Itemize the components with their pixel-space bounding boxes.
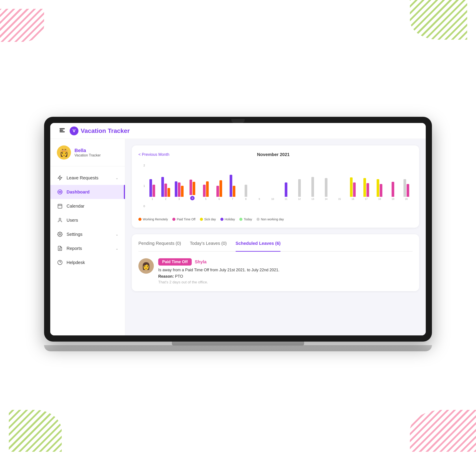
y-axis: 2 1 0: [138, 164, 145, 208]
leave-note: That's 2 days out of the office.: [158, 280, 412, 285]
x-label: 12: [298, 198, 301, 200]
bar: [206, 181, 209, 197]
back-arrow-icon[interactable]: [59, 127, 65, 135]
nav-items: Leave Requests ⌄: [50, 166, 125, 329]
bar-group-19: 19: [387, 162, 399, 200]
x-label: 18: [378, 198, 381, 200]
sidebar-item-helpdesk[interactable]: Helpdesk: [50, 255, 125, 270]
leave-details: Paid Time Off Shyla Is away from a Paid …: [158, 258, 412, 285]
bar-group-14: 14: [320, 162, 333, 200]
bar: [203, 185, 206, 197]
sidebar-item-leave-requests[interactable]: Leave Requests ⌄: [50, 171, 125, 185]
legend-paid-time-off: Paid Time Off: [172, 218, 195, 221]
user-icon: [57, 217, 63, 223]
svg-rect-0: [60, 128, 65, 129]
legend-today: Today: [239, 218, 252, 221]
bar-group-18: 18: [373, 162, 386, 200]
user-name: Bella: [74, 148, 101, 153]
screen-content: V Vacation Tracker 👸 Bella Vacation Trac…: [50, 123, 426, 335]
legend-dot: [220, 218, 223, 221]
bar-group-13: 13: [306, 162, 319, 200]
user-info: Bella Vacation Tracker: [74, 148, 101, 157]
legend-label: Paid Time Off: [177, 218, 195, 221]
legend-label: Sick day: [204, 218, 216, 221]
x-label: 10: [271, 198, 274, 200]
bar: [407, 184, 409, 197]
logo-icon: V: [70, 126, 78, 135]
main-layout: 👸 Bella Vacation Tracker: [50, 139, 426, 335]
prev-month-button[interactable]: < Previous Month: [138, 152, 170, 157]
bar-group-6: 6: [213, 162, 225, 200]
bar: [366, 183, 369, 197]
legend-dot: [256, 218, 260, 221]
x-label: 17: [365, 198, 368, 200]
leave-header: Paid Time Off Shyla: [158, 258, 412, 266]
calendar-icon: [57, 203, 63, 209]
bar-group-7: 7: [226, 162, 239, 200]
laptop-hinge: [172, 341, 304, 345]
bar: [285, 183, 287, 197]
reason-value: PTO: [175, 274, 183, 279]
legend-dot: [239, 218, 242, 221]
laptop-wrapper: V Vacation Tracker 👸 Bella Vacation Trac…: [44, 117, 432, 359]
y-label-2: 2: [143, 164, 145, 167]
x-label: 1: [152, 198, 153, 200]
sidebar-item-settings[interactable]: Settings ⌄: [50, 227, 125, 241]
bar-group-5: 5: [200, 162, 212, 200]
deco-bottom-right: [406, 410, 476, 454]
legend-sick-day: Sick day: [200, 218, 216, 221]
leave-avatar: 👩: [138, 258, 154, 274]
tab-pending-requests[interactable]: Pending Requests (0): [138, 241, 181, 248]
tab-today-leaves[interactable]: Today's Leaves (0): [190, 241, 226, 248]
x-label: 11: [285, 198, 287, 200]
bar: [298, 179, 301, 197]
tabs-header: Pending Requests (0) Today's Leaves (0) …: [138, 241, 412, 252]
bar: [168, 188, 170, 197]
deco-bottom-left: [9, 410, 66, 454]
svg-rect-7: [58, 204, 62, 208]
x-label: 19: [391, 198, 394, 200]
bar: [363, 178, 366, 197]
sidebar-item-reports[interactable]: Reports ⌄: [50, 241, 125, 255]
x-label: 5: [205, 198, 206, 200]
leave-requests-label: Leave Requests: [67, 175, 116, 181]
reports-chevron-icon: ⌄: [116, 246, 118, 251]
bar-group-15: 15: [333, 162, 346, 200]
bar-group-1: 1: [146, 162, 159, 200]
sidebar-item-dashboard[interactable]: Dashboard: [50, 185, 125, 199]
sidebar-item-calendar[interactable]: Calendar: [50, 199, 125, 213]
tab-scheduled-leaves[interactable]: Scheduled Leaves (6): [236, 241, 281, 248]
dashboard-label: Dashboard: [67, 189, 118, 195]
y-label-1: 1: [143, 184, 145, 187]
settings-icon: [57, 231, 63, 237]
sidebar-item-users[interactable]: Users: [50, 213, 125, 227]
bar: [350, 177, 353, 197]
bar-group-16: 16: [347, 162, 359, 200]
help-icon: [57, 259, 63, 266]
bar: [391, 182, 394, 197]
legend-dot: [172, 218, 175, 221]
bar-group-10: 10: [266, 162, 279, 200]
leave-item: 👩 Paid Time Off Shyla Is away from a Pai…: [138, 258, 412, 285]
svg-point-12: [59, 234, 61, 235]
chart-nav: < Previous Month November 2021: [138, 152, 412, 157]
bar: [153, 185, 155, 197]
x-label: 16: [352, 198, 354, 200]
bar-group-12: 12: [293, 162, 306, 200]
legend-label: Working Remotely: [143, 218, 168, 221]
bar: [311, 177, 314, 197]
legend-dot: [200, 218, 203, 221]
legend-working-remotely: Working Remotely: [138, 218, 168, 221]
bar: [230, 175, 232, 197]
x-label: 20: [405, 198, 408, 200]
bar: [380, 184, 382, 197]
chart-card: < Previous Month November 2021 2 1 0: [132, 145, 419, 228]
legend-label: Holiday: [225, 218, 235, 221]
bars-container: 1 2: [146, 162, 412, 206]
deco-top-left: [0, 9, 49, 44]
app-name: Vacation Tracker: [81, 127, 130, 135]
users-label: Users: [67, 218, 118, 223]
x-label: 8: [245, 198, 247, 200]
chart-legend: Working Remotely Paid Time Off Sick day: [138, 218, 412, 221]
tabs-card: Pending Requests (0) Today's Leaves (0) …: [132, 234, 419, 291]
